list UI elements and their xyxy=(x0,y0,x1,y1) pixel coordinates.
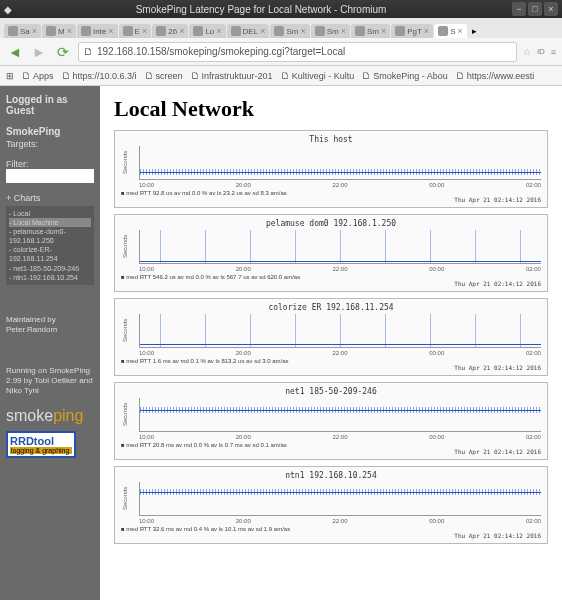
browser-tab[interactable]: 26× xyxy=(152,24,188,38)
browser-tab[interactable]: Lo× xyxy=(189,24,225,38)
tab-label: Sm xyxy=(367,27,379,36)
bookmark-label: Apps xyxy=(33,71,54,81)
tree-item[interactable]: - net1-185-50-209-246 xyxy=(9,264,91,273)
chart-stats: ■ med RTT 1.6 ms av md 0.1 % av ls 813.2… xyxy=(121,358,288,364)
browser-tab[interactable]: E× xyxy=(119,24,152,38)
login-status: Logged in as Guest xyxy=(6,94,94,116)
tree-item[interactable]: - colorize-ER-192.168.11.254 xyxy=(9,245,91,263)
bookmark-icon: 🗋 xyxy=(281,71,290,81)
latency-chart[interactable]: pelamuse dom0 192.168.1.250Seconds10:002… xyxy=(114,214,548,292)
reload-button[interactable]: ⟳ xyxy=(54,43,72,61)
bookmark-icon: 🗋 xyxy=(456,71,465,81)
filter-label: Filter: xyxy=(6,159,94,169)
latency-chart[interactable]: ntn1 192.168.10.254Seconds10:0020:0022:0… xyxy=(114,466,548,544)
tab-close-icon[interactable]: × xyxy=(67,26,72,36)
tab-close-icon[interactable]: × xyxy=(381,26,386,36)
chart-title: net1 185-50-209-246 xyxy=(121,387,541,396)
chart-xaxis: 10:0020:0022:0000:0002:00 xyxy=(139,266,541,272)
browser-tab[interactable]: Sm× xyxy=(270,24,309,38)
tab-label: Sm xyxy=(286,27,298,36)
filter-input[interactable] xyxy=(6,169,94,183)
tab-close-icon[interactable]: × xyxy=(216,26,221,36)
target-tree: - Local- Local Machine- pelamuse-dom0-19… xyxy=(6,206,94,285)
extension-icon[interactable]: iD xyxy=(537,47,545,56)
bookmark-label: https://10.0.6.3/i xyxy=(73,71,137,81)
maximize-button[interactable]: □ xyxy=(528,2,542,16)
browser-tab[interactable]: S× xyxy=(434,24,467,38)
tab-close-icon[interactable]: × xyxy=(108,26,113,36)
maintained-by: Maintained by Peter.Random xyxy=(6,315,94,336)
tab-close-icon[interactable]: × xyxy=(457,26,462,36)
chart-xaxis: 10:0020:0022:0000:0002:00 xyxy=(139,518,541,524)
browser-tab[interactable]: Sm× xyxy=(311,24,350,38)
latency-chart[interactable]: net1 185-50-209-246Seconds10:0020:0022:0… xyxy=(114,382,548,460)
tab-close-icon[interactable]: × xyxy=(260,26,265,36)
new-tab-button[interactable]: ▸ xyxy=(468,24,481,38)
charts-tree-header[interactable]: + Charts xyxy=(6,193,94,203)
browser-tab[interactable]: Sa× xyxy=(4,24,41,38)
chart-plot: Seconds xyxy=(139,146,541,180)
tree-item[interactable]: - Local xyxy=(9,209,91,218)
chart-stats: ■ med RTT 546.2 us av md 0.0 % av ls 567… xyxy=(121,274,300,280)
chart-ylabel: Seconds xyxy=(122,482,138,515)
browser-tab[interactable]: Inte× xyxy=(77,24,118,38)
apps-icon[interactable]: ⊞ xyxy=(6,71,14,81)
favicon xyxy=(395,26,405,36)
tab-close-icon[interactable]: × xyxy=(341,26,346,36)
browser-tab[interactable]: PgT× xyxy=(391,24,433,38)
chart-title: colorize ER 192.168.11.254 xyxy=(121,303,541,312)
tab-label: M xyxy=(58,27,65,36)
minimize-button[interactable]: − xyxy=(512,2,526,16)
bookmark-icon: 🗋 xyxy=(62,71,71,81)
bookmark-item[interactable]: 🗋screen xyxy=(145,71,183,81)
bookmark-item[interactable]: 🗋Infrastruktuur-201 xyxy=(191,71,273,81)
tab-close-icon[interactable]: × xyxy=(424,26,429,36)
chart-ylabel: Seconds xyxy=(122,398,138,431)
brand-title: SmokePing xyxy=(6,126,94,137)
bookmark-item[interactable]: 🗋https://www.eesti xyxy=(456,71,535,81)
bookmark-label: https://www.eesti xyxy=(467,71,535,81)
close-button[interactable]: × xyxy=(544,2,558,16)
browser-tab[interactable]: Sm× xyxy=(351,24,390,38)
tab-label: Lo xyxy=(205,27,214,36)
app-icon: ◆ xyxy=(4,4,12,15)
bookmark-item[interactable]: 🗋Kultivegi - Kultu xyxy=(281,71,355,81)
tab-label: Inte xyxy=(93,27,106,36)
chart-xaxis: 10:0020:0022:0000:0002:00 xyxy=(139,350,541,356)
tree-item[interactable]: - ntn1-192.168.10.254 xyxy=(9,273,91,282)
menu-icon[interactable]: ≡ xyxy=(551,47,556,57)
tab-close-icon[interactable]: × xyxy=(32,26,37,36)
url-text: 192.168.10.158/smokeping/smokeping.cgi?t… xyxy=(97,46,345,57)
bookmark-icon: 🗋 xyxy=(362,71,371,81)
tree-item[interactable]: - Local Machine xyxy=(9,218,91,227)
tab-close-icon[interactable]: × xyxy=(142,26,147,36)
chart-plot: Seconds xyxy=(139,314,541,348)
tab-label: DEL xyxy=(243,27,259,36)
favicon xyxy=(123,26,133,36)
tab-label: E xyxy=(135,27,140,36)
tree-item[interactable]: - pelamuse-dom0-192.168.1.250 xyxy=(9,227,91,245)
bookmark-item[interactable]: 🗋SmokePing - Abou xyxy=(362,71,448,81)
bookmark-item[interactable]: 🗋https://10.0.6.3/i xyxy=(62,71,137,81)
url-bar[interactable]: 🗋 192.168.10.158/smokeping/smokeping.cgi… xyxy=(78,42,517,62)
browser-toolbar: ◄ ► ⟳ 🗋 192.168.10.158/smokeping/smokepi… xyxy=(0,38,562,66)
tab-label: S xyxy=(450,27,455,36)
tab-label: Sm xyxy=(327,27,339,36)
latency-chart[interactable]: This hostSeconds10:0020:0022:0000:0002:0… xyxy=(114,130,548,208)
browser-tab[interactable]: DEL× xyxy=(227,24,270,38)
forward-button[interactable]: ► xyxy=(30,43,48,61)
favicon xyxy=(355,26,365,36)
smokeping-logo[interactable]: smokeping xyxy=(6,407,94,425)
browser-tab[interactable]: M× xyxy=(42,24,76,38)
chart-xaxis: 10:0020:0022:0000:0002:00 xyxy=(139,182,541,188)
rrdtool-logo[interactable]: RRDtool logging & graphing xyxy=(6,431,76,458)
favicon xyxy=(315,26,325,36)
latency-chart[interactable]: colorize ER 192.168.11.254Seconds10:0020… xyxy=(114,298,548,376)
bookmark-icon: 🗋 xyxy=(145,71,154,81)
back-button[interactable]: ◄ xyxy=(6,43,24,61)
tab-close-icon[interactable]: × xyxy=(179,26,184,36)
favicon xyxy=(438,26,448,36)
bookmark-item[interactable]: 🗋Apps xyxy=(22,71,54,81)
star-icon[interactable]: ☆ xyxy=(523,47,531,57)
tab-close-icon[interactable]: × xyxy=(300,26,305,36)
